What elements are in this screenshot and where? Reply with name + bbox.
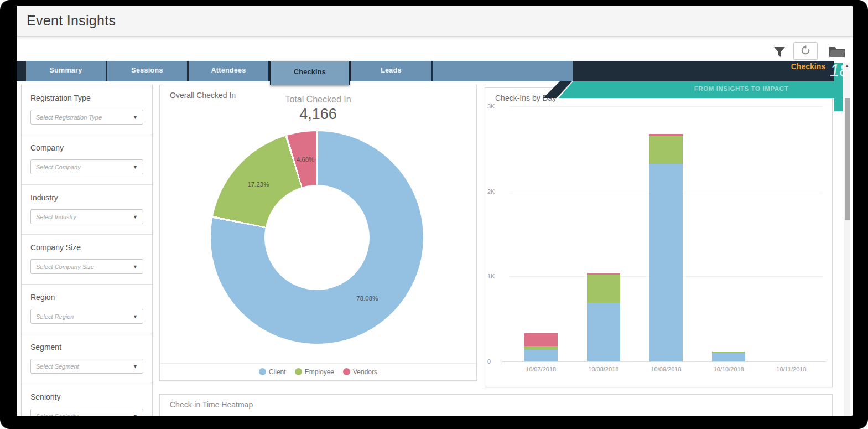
dropdown-placeholder: Select Seniority (36, 413, 78, 417)
filter-group-seniority: SenioritySelect Seniority▼ (22, 384, 152, 416)
filter-group-registration-type: Registration TypeSelect Registration Typ… (22, 85, 152, 135)
filter-group-segment: SegmentSelect Segment▼ (22, 334, 152, 384)
bar-segment-10-07-2018-employee (524, 346, 558, 350)
bar-segment-10-10-2018-client (712, 353, 745, 361)
dropdown-placeholder: Select Registration Type (36, 114, 102, 121)
tab-leads[interactable]: Leads (351, 61, 431, 81)
filter-group-region: RegionSelect Region▼ (22, 285, 152, 334)
bar-segment-10-10-2018-employee (712, 352, 745, 353)
refresh-button[interactable] (793, 42, 818, 60)
x-axis-tick-label: 10/09/2018 (638, 366, 694, 373)
donut-slice-label-vendors: 4.68% (297, 156, 315, 163)
bar-segment-10-09-2018-employee (649, 136, 683, 164)
title-bar: Event Insights (17, 6, 853, 37)
bar-segment-10-08-2018-employee (587, 275, 620, 303)
dropdown-company-size[interactable]: Select Company Size▼ (30, 259, 143, 274)
donut-center-value: 4,166 (160, 106, 476, 123)
x-axis-tick-label: 10/11/2018 (763, 366, 819, 373)
toolbar-divider (824, 44, 824, 58)
scrollbar[interactable]: ▲ (844, 63, 850, 416)
scrollbar-thumb[interactable] (845, 98, 850, 220)
chevron-down-icon: ▼ (133, 314, 138, 319)
dropdown-company[interactable]: Select Company▼ (30, 159, 143, 174)
bar-segment-10-08-2018-client (587, 303, 620, 361)
legend-item-client[interactable]: Client (259, 368, 286, 376)
tab-bar: SummarySessionsAttendeesCheckinsLeads (17, 61, 834, 81)
bar-segment-10-07-2018-vendors (524, 333, 558, 346)
heatmap-panel-title: Check-in Time Heatmap (170, 400, 253, 409)
bar-segment-10-10-2018-vendors (712, 352, 745, 353)
chevron-down-icon: ▼ (133, 414, 138, 417)
legend-item-employee[interactable]: Employee (295, 368, 334, 376)
banner-checkins-label: Checkins (752, 62, 825, 71)
dropdown-seniority[interactable]: Select Seniority▼ (30, 409, 143, 416)
tab-sessions[interactable]: Sessions (107, 61, 187, 81)
legend-dot (259, 368, 266, 375)
legend-label: Vendors (353, 368, 377, 376)
legend-dot (343, 368, 350, 375)
y-axis-tick-label: 2K (487, 188, 506, 195)
x-axis-tick-label: 10/08/2018 (576, 366, 631, 373)
bar-segment-10-07-2018-client (524, 350, 558, 361)
donut-center-title: Total Checked In (160, 95, 476, 105)
refresh-icon (801, 45, 810, 57)
filter-label: Industry (30, 193, 143, 202)
app-window: Event Insights (17, 6, 853, 416)
chevron-down-icon: ▼ (133, 264, 138, 270)
dropdown-region[interactable]: Select Region▼ (30, 309, 143, 324)
dropdown-registration-type[interactable]: Select Registration Type▼ (30, 110, 143, 125)
dropdown-placeholder: Select Segment (36, 363, 79, 370)
x-axis-line (502, 361, 826, 362)
panel-overall-checked-in: Overall Checked In Total Checked In 4,16… (159, 85, 477, 381)
video-frame: Event Insights (0, 0, 868, 429)
toolbar (17, 37, 853, 61)
dropdown-placeholder: Select Company (36, 164, 81, 170)
tab-summary[interactable]: Summary (26, 61, 106, 81)
panel-checkins-by-day: Check-Ins by Day 01K2K3K10/07/201810/08/… (485, 87, 833, 387)
donut-chart (211, 131, 423, 344)
filter-label: Company (30, 143, 143, 152)
chevron-down-icon: ▼ (133, 214, 138, 220)
tab-bar-empty-segment (433, 61, 573, 81)
filter-group-company: CompanySelect Company▼ (22, 135, 152, 185)
x-axis-tick-label: 10/07/2018 (513, 366, 569, 373)
dropdown-industry[interactable]: Select Industry▼ (30, 209, 143, 224)
banner-teal-band: FROM INSIGHTS TO IMPACT (559, 81, 843, 98)
filter-icon[interactable] (773, 46, 786, 58)
gridline (510, 106, 823, 107)
y-axis-tick-label: 0 (487, 358, 506, 365)
dropdown-placeholder: Select Company Size (36, 263, 94, 270)
filter-label: Company Size (30, 243, 143, 252)
filter-label: Registration Type (30, 94, 143, 102)
bar-segment-10-08-2018-vendors (587, 273, 620, 275)
y-axis-tick-label: 1K (487, 273, 506, 280)
donut-legend: ClientEmployeeVendors (160, 363, 476, 380)
y-axis-tick-label: 3K (487, 103, 506, 110)
legend-item-vendors[interactable]: Vendors (343, 368, 377, 376)
chevron-down-icon: ▼ (133, 115, 138, 120)
donut-slice-label-employee: 17.23% (247, 181, 269, 188)
scrollbar-up-arrow-icon[interactable]: ▲ (844, 64, 850, 68)
chevron-down-icon: ▼ (133, 164, 138, 170)
legend-label: Client (269, 368, 286, 376)
panel-checkin-time-heatmap: Check-in Time Heatmap (159, 394, 833, 416)
filter-group-industry: IndustrySelect Industry▼ (22, 185, 152, 235)
legend-dot (295, 368, 302, 375)
filters-sidebar: Registration TypeSelect Registration Typ… (21, 85, 153, 416)
filter-label: Segment (30, 343, 143, 352)
banner-tagline: FROM INSIGHTS TO IMPACT (658, 85, 824, 92)
x-axis-tick-label: 10/10/2018 (701, 366, 756, 373)
tab-checkins[interactable]: Checkins (270, 61, 350, 85)
tab-attendees[interactable]: Attendees (189, 61, 268, 81)
banner-partial-text: 18 (830, 61, 843, 83)
bar-segment-10-09-2018-client (649, 164, 683, 361)
donut-hole (264, 185, 370, 290)
donut-slice-label-client: 78.08% (356, 295, 378, 302)
filter-label: Seniority (30, 392, 143, 401)
folder-icon[interactable] (829, 45, 845, 58)
filter-label: Region (30, 293, 143, 302)
dropdown-segment[interactable]: Select Segment▼ (30, 359, 143, 374)
bar-chart: 01K2K3K10/07/201810/08/201810/09/201810/… (485, 88, 832, 387)
page-title: Event Insights (17, 6, 853, 35)
filter-group-company-size: Company SizeSelect Company Size▼ (22, 235, 152, 285)
